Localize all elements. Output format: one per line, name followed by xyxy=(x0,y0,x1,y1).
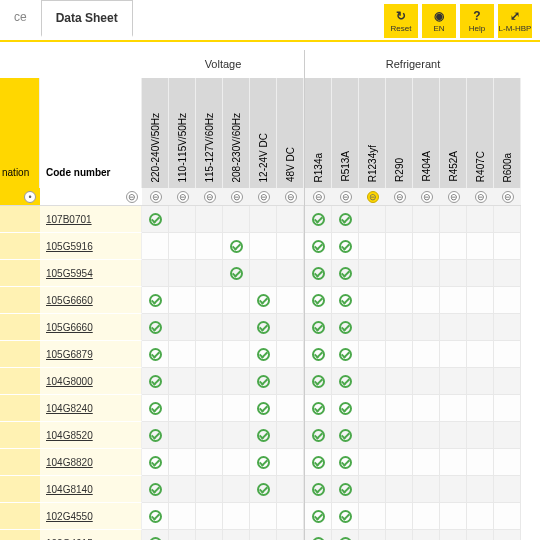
data-cell xyxy=(169,260,196,287)
voltage-cols: 220-240V/50Hz⊖110-115V/50Hz⊖115-127V/60H… xyxy=(142,78,304,540)
data-cell xyxy=(467,233,494,260)
data-col: 12-24V DC⊖ xyxy=(250,78,277,540)
col-header[interactable]: R513A xyxy=(332,78,359,188)
code-link[interactable]: 102G4550 xyxy=(46,511,93,522)
code-link[interactable]: 104G8520 xyxy=(46,430,93,441)
data-cell xyxy=(223,395,250,422)
table-row xyxy=(0,287,40,314)
check-icon xyxy=(312,375,325,388)
data-cell xyxy=(467,287,494,314)
col-header[interactable]: R290 xyxy=(386,78,413,188)
data-cell xyxy=(413,395,440,422)
data-cell xyxy=(142,395,169,422)
data-cell xyxy=(332,422,359,449)
data-cell xyxy=(359,341,386,368)
code-cell: 104G8240 xyxy=(40,395,142,422)
data-cell xyxy=(277,503,304,530)
units-button-icon: ⤢ xyxy=(508,9,522,23)
check-icon xyxy=(312,402,325,415)
filter-toggle[interactable]: ⊖ xyxy=(204,191,216,203)
data-cell xyxy=(332,395,359,422)
code-link[interactable]: 104G8820 xyxy=(46,457,93,468)
data-cell xyxy=(440,503,467,530)
code-link[interactable]: 105G6660 xyxy=(46,295,93,306)
code-link[interactable]: 105G5916 xyxy=(46,241,93,252)
data-cell xyxy=(332,260,359,287)
data-cell xyxy=(223,341,250,368)
col-header[interactable]: 220-240V/50Hz xyxy=(142,78,169,188)
data-col: R513A⊖ xyxy=(332,78,359,540)
data-cell xyxy=(386,422,413,449)
col-header[interactable]: R1234yf xyxy=(359,78,386,188)
help-button[interactable]: ?Help xyxy=(460,4,494,38)
data-cell xyxy=(277,530,304,540)
data-cell xyxy=(386,368,413,395)
check-icon xyxy=(339,213,352,226)
check-icon xyxy=(312,213,325,226)
code-link[interactable]: 104G8000 xyxy=(46,376,93,387)
filter-toggle[interactable]: ⊖ xyxy=(177,191,189,203)
code-link[interactable]: 105G6660 xyxy=(46,322,93,333)
data-cell xyxy=(142,449,169,476)
filter-toggle[interactable]: ⊖ xyxy=(421,191,433,203)
filter-toggle[interactable]: ⊖ xyxy=(150,191,162,203)
lang-button[interactable]: ◉EN xyxy=(422,4,456,38)
data-cell xyxy=(332,449,359,476)
data-cell xyxy=(277,368,304,395)
data-cell xyxy=(413,287,440,314)
filter-toggle[interactable]: ⊖ xyxy=(394,191,406,203)
filter-toggle[interactable]: ⊖ xyxy=(367,191,379,203)
filter-toggle[interactable]: ⊖ xyxy=(258,191,270,203)
filter-nation[interactable] xyxy=(24,191,36,203)
filter-code[interactable]: ⊖ xyxy=(126,191,138,203)
data-cell xyxy=(494,449,521,476)
filter-toggle[interactable]: ⊖ xyxy=(502,191,514,203)
filter-toggle[interactable]: ⊖ xyxy=(340,191,352,203)
data-cell xyxy=(196,476,223,503)
col-header[interactable]: R407C xyxy=(467,78,494,188)
filter-toggle[interactable]: ⊖ xyxy=(285,191,297,203)
check-icon xyxy=(149,456,162,469)
help-button-icon: ? xyxy=(470,9,484,23)
code-link[interactable]: 105G6879 xyxy=(46,349,93,360)
filter-toggle[interactable]: ⊖ xyxy=(231,191,243,203)
col-header[interactable]: R600a xyxy=(494,78,521,188)
tab-prev[interactable]: ce xyxy=(0,0,41,34)
code-cell: 104G8820 xyxy=(40,449,142,476)
table-row xyxy=(0,476,40,503)
col-header[interactable]: R134a xyxy=(305,78,332,188)
tab-datasheet[interactable]: Data Sheet xyxy=(41,0,133,37)
code-link[interactable]: 105G5954 xyxy=(46,268,93,279)
check-icon xyxy=(312,456,325,469)
filter-toggle[interactable]: ⊖ xyxy=(313,191,325,203)
data-cell xyxy=(142,476,169,503)
col-header[interactable]: 115-127V/60Hz xyxy=(196,78,223,188)
code-cell: 104G8520 xyxy=(40,422,142,449)
units-button[interactable]: ⤢L-M-HBP xyxy=(498,4,532,38)
col-header[interactable]: 12-24V DC xyxy=(250,78,277,188)
reset-button[interactable]: ↻Reset xyxy=(384,4,418,38)
data-cell xyxy=(386,206,413,233)
check-icon xyxy=(339,537,352,541)
code-link[interactable]: 104G8240 xyxy=(46,403,93,414)
data-cell xyxy=(440,476,467,503)
check-icon xyxy=(149,375,162,388)
col-header[interactable]: 110-115V/50Hz xyxy=(169,78,196,188)
data-cell xyxy=(440,314,467,341)
code-link[interactable]: 107B0701 xyxy=(46,214,92,225)
col-header[interactable]: 48V DC xyxy=(277,78,304,188)
data-cell xyxy=(440,395,467,422)
filter-toggle[interactable]: ⊖ xyxy=(475,191,487,203)
filter-toggle[interactable]: ⊖ xyxy=(448,191,460,203)
data-col: 48V DC⊖ xyxy=(277,78,304,540)
col-header[interactable]: 208-230V/60Hz xyxy=(223,78,250,188)
check-icon xyxy=(339,294,352,307)
col-header[interactable]: R452A xyxy=(440,78,467,188)
data-cell xyxy=(467,449,494,476)
table-row xyxy=(0,260,40,287)
col-header[interactable]: R404A xyxy=(413,78,440,188)
data-cell xyxy=(467,260,494,287)
data-cell xyxy=(196,503,223,530)
check-icon xyxy=(312,510,325,523)
code-link[interactable]: 104G8140 xyxy=(46,484,93,495)
